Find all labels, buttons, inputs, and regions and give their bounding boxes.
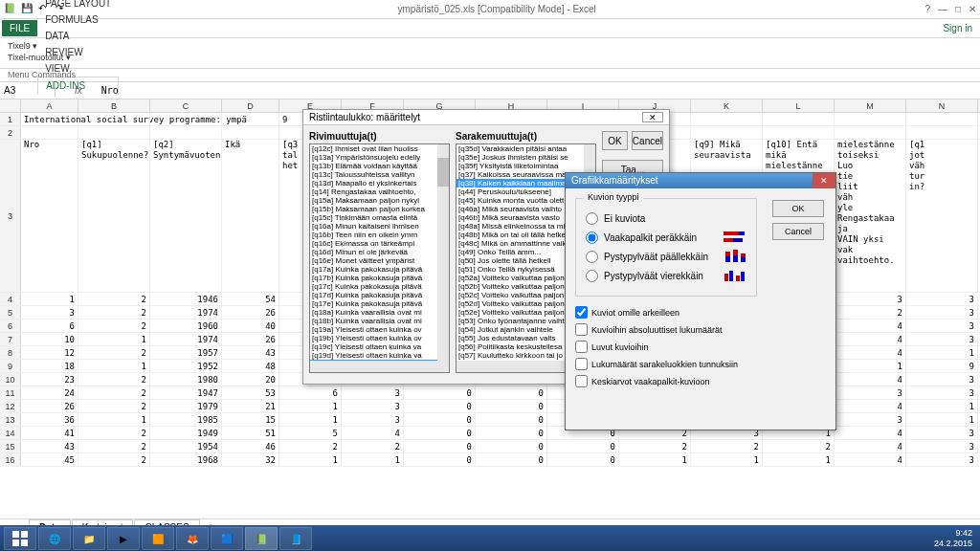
close-icon[interactable]: ✕ bbox=[969, 4, 976, 14]
cell[interactable]: 4 bbox=[835, 333, 906, 345]
checkbox[interactable] bbox=[575, 341, 588, 353]
tab-formulas[interactable]: FORMULAS bbox=[37, 11, 119, 28]
cell[interactable]: 26 bbox=[222, 306, 279, 319]
cell[interactable]: 1979 bbox=[150, 400, 222, 412]
cell[interactable]: 1 bbox=[691, 453, 763, 466]
cell[interactable]: 9 bbox=[906, 360, 978, 372]
taskbar-word-icon[interactable]: 📘 bbox=[279, 527, 312, 550]
cell[interactable]: 4 bbox=[835, 373, 906, 386]
ok-button[interactable]: OK bbox=[602, 131, 628, 150]
cell[interactable]: 0 bbox=[476, 386, 547, 399]
cell[interactable]: 2 bbox=[342, 440, 404, 452]
cell[interactable]: 4 bbox=[342, 427, 404, 439]
taskbar-firefox-icon[interactable]: 🦊 bbox=[176, 527, 209, 550]
cell[interactable]: mielestänne toiseksi Luo tie liit väh yl… bbox=[835, 140, 906, 292]
cell[interactable] bbox=[150, 126, 222, 139]
dialog-close-button[interactable]: ✕ bbox=[813, 173, 835, 188]
formula-input[interactable]: Nro bbox=[98, 83, 980, 98]
list-item[interactable]: [q12c] Ihmiset ovat liian huoliss bbox=[310, 144, 449, 153]
cell[interactable]: 54 bbox=[222, 293, 279, 305]
cell[interactable]: 6 bbox=[21, 320, 78, 332]
cell[interactable]: 0 bbox=[404, 400, 476, 412]
cell[interactable]: 1954 bbox=[150, 440, 222, 452]
cell[interactable]: 2 bbox=[619, 440, 691, 452]
cell[interactable]: 32 bbox=[222, 453, 279, 466]
taskbar-clock[interactable]: 9:42 24.2.2015 bbox=[934, 528, 976, 549]
cell[interactable]: 1 bbox=[21, 293, 78, 305]
row-header[interactable]: 11 bbox=[0, 386, 21, 399]
cell[interactable]: 1980 bbox=[150, 373, 222, 386]
cell[interactable]: 0 bbox=[476, 440, 547, 452]
cell[interactable]: 2 bbox=[78, 427, 150, 439]
cell[interactable]: 0 bbox=[547, 440, 619, 452]
dialog-titlebar[interactable]: Grafiikkamääritykset ✕ bbox=[566, 173, 835, 188]
cell[interactable] bbox=[906, 113, 978, 125]
help-icon[interactable]: ? bbox=[924, 4, 930, 14]
list-item[interactable]: [q13a] Ympäristönsuojelu edelly bbox=[310, 153, 449, 162]
cell[interactable]: 1968 bbox=[150, 453, 222, 466]
cell[interactable]: 3 bbox=[835, 413, 906, 426]
cell[interactable]: 26 bbox=[21, 400, 78, 412]
cell[interactable]: 4 bbox=[835, 453, 906, 466]
cell[interactable]: [q2] Syntymävuotenne? bbox=[150, 140, 222, 292]
radio[interactable] bbox=[586, 212, 598, 225]
cell[interactable] bbox=[78, 113, 150, 125]
maximize-icon[interactable]: □ bbox=[955, 4, 961, 14]
checkbox-row[interactable]: Lukumäärät sarakeluokkien tunnuksiin bbox=[575, 358, 826, 370]
cell[interactable]: 0 bbox=[547, 453, 619, 466]
taskbar-ie-icon[interactable]: 🌐 bbox=[38, 527, 71, 550]
cancel-button[interactable]: Cancel bbox=[632, 131, 663, 150]
cell[interactable]: 0 bbox=[476, 427, 547, 439]
cell[interactable]: 3 bbox=[906, 427, 978, 439]
cell[interactable] bbox=[78, 126, 150, 139]
cell[interactable]: 18 bbox=[21, 360, 78, 372]
cell[interactable]: 2 bbox=[78, 373, 150, 386]
cell[interactable]: 0 bbox=[404, 413, 476, 426]
cell[interactable]: 21 bbox=[222, 400, 279, 412]
cell[interactable]: 2 bbox=[78, 346, 150, 359]
cell[interactable]: 5 bbox=[279, 427, 342, 439]
row-header[interactable]: 1 bbox=[0, 113, 21, 125]
radio-option[interactable]: Vaakapalkit peräkkäin bbox=[586, 231, 746, 244]
addin-tixel-muotoilut[interactable]: Tixel-muotoilut ▾ bbox=[8, 52, 972, 63]
cell[interactable]: 36 bbox=[21, 413, 78, 426]
cancel-button[interactable]: Cancel bbox=[772, 223, 824, 240]
cell[interactable]: 4 bbox=[835, 400, 906, 412]
list-item[interactable]: [q15c] Tinkimään omasta elintä bbox=[310, 213, 449, 222]
row-header[interactable]: 4 bbox=[0, 293, 21, 305]
scrollbar-thumb[interactable] bbox=[437, 158, 449, 187]
row-header[interactable]: 12 bbox=[0, 400, 21, 412]
list-item[interactable]: [q13c] Taloussuhteissa vallityn bbox=[310, 170, 449, 179]
ok-button[interactable]: OK bbox=[772, 200, 824, 217]
row-header[interactable]: 2 bbox=[0, 126, 21, 139]
list-item[interactable]: [q13d] Maapallo ei yksinkertais bbox=[310, 179, 449, 187]
cell[interactable]: 1 bbox=[906, 413, 978, 426]
cell[interactable]: 1974 bbox=[150, 333, 222, 345]
cell[interactable] bbox=[222, 113, 279, 125]
cell[interactable]: 40 bbox=[222, 320, 279, 332]
cell[interactable]: 1 bbox=[279, 453, 342, 466]
cell[interactable]: 10 bbox=[21, 333, 78, 345]
row-header[interactable]: 15 bbox=[0, 440, 21, 452]
cell[interactable]: 1 bbox=[619, 453, 691, 466]
save-icon[interactable]: 💾 bbox=[21, 3, 34, 16]
radio[interactable] bbox=[586, 251, 598, 263]
col-header-M[interactable]: M bbox=[835, 99, 906, 112]
row-header[interactable]: 7 bbox=[0, 333, 21, 345]
cell[interactable]: 3 bbox=[906, 293, 978, 305]
list-item[interactable]: [q17b] Kuinka pakokasuja pitävä bbox=[310, 274, 449, 282]
list-item[interactable]: [q18a] Kuinka vaarallisia ovat mi bbox=[310, 308, 449, 317]
cell[interactable]: 2 bbox=[691, 440, 763, 452]
cell[interactable]: 1974 bbox=[150, 306, 222, 319]
cell[interactable]: 0 bbox=[404, 440, 476, 452]
checkbox[interactable] bbox=[575, 375, 588, 387]
row-header[interactable]: 13 bbox=[0, 413, 21, 426]
cell[interactable]: 1 bbox=[906, 400, 978, 412]
col-header-N[interactable]: N bbox=[906, 99, 978, 112]
col-header-C[interactable]: C bbox=[150, 99, 222, 112]
checkbox[interactable] bbox=[575, 358, 588, 370]
start-button[interactable] bbox=[4, 527, 36, 550]
cell[interactable]: 46 bbox=[222, 440, 279, 452]
col-header-L[interactable]: L bbox=[763, 99, 835, 112]
cell[interactable]: 0 bbox=[404, 427, 476, 439]
